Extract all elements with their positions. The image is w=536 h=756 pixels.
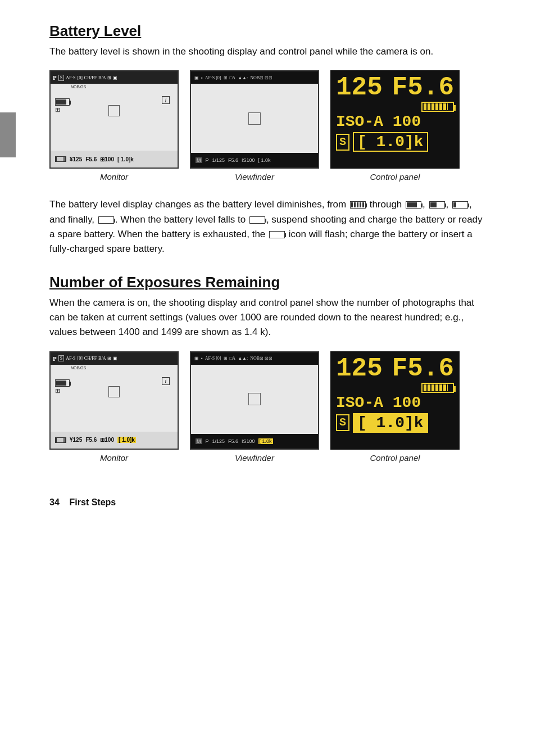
exposures-display-row: P S AF-S [0] CH/FF B/A ⊞ ▣ NOB/GS xyxy=(49,351,487,463)
vf-icon-5: □A xyxy=(230,75,236,80)
exp-monitor-sub-icons: NOB/GS xyxy=(71,366,86,370)
vf-icon-1: ▣ xyxy=(194,75,199,80)
battery-monitor-panel: P S AF-S [0] CH/FF B/A ⊞ ▣ NOB/GS xyxy=(49,70,179,169)
battery-level-title: Battery Level xyxy=(49,22,487,40)
viewfinder-bottom-bar: M P 1/125 F5.6 IS100 [ 1.0k xyxy=(191,153,318,168)
battery-description-2: The battery level display changes as the… xyxy=(49,197,487,256)
exposures-monitor-item: P S AF-S [0] CH/FF B/A ⊞ ▣ NOB/GS xyxy=(49,351,179,463)
exp-monitor-battery-display xyxy=(55,377,70,387)
exposures-section: Number of Exposures Remaining When the c… xyxy=(49,274,487,463)
exposures-viewfinder-panel: ▣ ▪ AF-S [0] ⊞ □A ▲▲: NOB⊡ ⊡⊡ M P 1 xyxy=(190,351,319,450)
monitor-icon-chff: CH/FF xyxy=(84,75,97,80)
exp-vf-bottom-m: M xyxy=(196,438,202,444)
batt-empty xyxy=(98,216,114,224)
exposures-viewfinder-label: Viewfinder xyxy=(235,453,274,463)
exp-viewfinder-inner xyxy=(191,365,318,434)
battery-description-2-block: The battery level display changes as the… xyxy=(49,197,487,256)
vf-bottom-shutter: 1/125 xyxy=(212,157,225,163)
page-number: 34 xyxy=(49,497,60,507)
exp-cp-aperture: F5.6 xyxy=(392,356,454,382)
exp-vf-bottom-exp: [ 1.0k xyxy=(258,438,273,444)
monitor-icon-hd: ▣ xyxy=(113,75,117,80)
left-tab xyxy=(0,112,16,157)
exp-monitor-icon-cam: ⊞ xyxy=(107,356,111,361)
battery-viewfinder-label: Viewfinder xyxy=(235,172,274,182)
exp-vf-icon-6: ▲▲: xyxy=(238,356,248,361)
exp-cp-iso: ISO-A 100 xyxy=(336,395,454,411)
viewfinder-focus-square xyxy=(248,112,261,125)
batt-low xyxy=(452,201,468,209)
vf-bottom-exp: [ 1.0k xyxy=(258,157,271,163)
exp-monitor-icon-hd: ▣ xyxy=(113,356,117,361)
cp-exposures: [ 1.0]k xyxy=(353,132,428,152)
cp-battery-indicator xyxy=(421,102,454,112)
monitor-iso-val: ⊞100 xyxy=(100,156,114,162)
monitor-af-icon: ⊞ xyxy=(55,106,60,114)
page: Battery Level The battery level is shown… xyxy=(0,0,536,524)
exp-vf-icon-2: ▪ xyxy=(201,356,203,361)
monitor-top-bar: P S AF-S [0] CH/FF B/A ⊞ ▣ xyxy=(51,71,178,84)
exp-vf-icon-4: ⊞ xyxy=(224,356,228,361)
exp-monitor-icon-afs: AF-S xyxy=(66,356,75,361)
monitor-icon-cam: ⊞ xyxy=(107,75,111,80)
exposures-viewfinder-item: ▣ ▪ AF-S [0] ⊞ □A ▲▲: NOB⊡ ⊡⊡ M P 1 xyxy=(190,351,319,463)
battery-control-panel-item: 125 F5.6 ISO-A 100 S [ 1.0]k xyxy=(330,70,460,182)
exp-cp-s-label: S xyxy=(336,414,349,431)
exposures-control-panel-item: 125 F5.6 ISO-A 100 S [ 1.0]k xyxy=(330,351,460,463)
viewfinder-top-bar: ▣ ▪ AF-S [0] ⊞ □A ▲▲: NOB⊡ ⊡⊡ xyxy=(191,71,318,84)
exp-viewfinder-focus-square xyxy=(248,393,261,405)
exp-vf-bottom-iso: IS100 xyxy=(242,438,255,444)
cp-battery-tip xyxy=(454,105,456,111)
cp-iso: ISO-A 100 xyxy=(336,114,454,130)
exposures-control-panel-label: Control panel xyxy=(370,453,420,463)
exp-monitor-battery-bottom xyxy=(55,437,66,443)
batt-empty3 xyxy=(269,231,285,238)
monitor-bottom-bar: ¥125 F5.6 ⊞100 [ 1.0]k xyxy=(51,151,178,168)
cp-aperture: F5.6 xyxy=(392,75,454,101)
viewfinder-inner xyxy=(191,84,318,153)
exp-vf-icon-5: □A xyxy=(230,356,236,361)
cp-bottom-row: S [ 1.0]k xyxy=(336,132,454,152)
exp-monitor-af-icon: ⊞ xyxy=(55,387,60,395)
section-label: First Steps xyxy=(70,497,116,507)
vf-icon-2: ▪ xyxy=(201,75,203,80)
exp-monitor-focus-square xyxy=(108,386,120,397)
battery-viewfinder-panel: ▣ ▪ AF-S [0] ⊞ □A ▲▲: NOB⊡ ⊡⊡ M P 1 xyxy=(190,70,319,169)
exp-monitor-icon-s: S xyxy=(58,355,64,361)
exp-cp-bottom-row: S [ 1.0]k xyxy=(336,413,454,433)
exposures-monitor-panel: P S AF-S [0] CH/FF B/A ⊞ ▣ NOB/GS xyxy=(49,351,179,450)
vf-bottom-iso: IS100 xyxy=(242,157,255,163)
exp-vf-bottom-aperture: F5.6 xyxy=(228,438,238,444)
exp-vf-bottom-shutter: 1/125 xyxy=(212,438,225,444)
battery-description-1: The battery level is shown in the shooti… xyxy=(49,44,487,59)
exp-monitor-mode-icon: P xyxy=(53,355,57,362)
exp-cp-battery-row xyxy=(336,383,454,393)
exp-vf-icon-7: NOB⊡ ⊡⊡ xyxy=(250,356,272,361)
exp-viewfinder-bottom-bar: M P 1/125 F5.6 IS100 [ 1.0k xyxy=(191,434,318,449)
exp-monitor-bottom-bar: ¥125 F5.6 ⊞100 [ 1.0]k xyxy=(51,432,178,449)
exp-vf-icon-1: ▣ xyxy=(194,356,199,361)
exp-cp-top-row: 125 F5.6 xyxy=(336,356,454,382)
vf-bottom-m: M xyxy=(196,157,202,163)
exp-monitor-info-icon: i xyxy=(162,377,170,385)
exp-monitor-aperture-val: F5.6 xyxy=(85,437,97,443)
vf-icon-6: ▲▲: xyxy=(238,75,248,80)
batt-3q xyxy=(406,201,421,209)
battery-viewfinder-item: ▣ ▪ AF-S [0] ⊞ □A ▲▲: NOB⊡ ⊡⊡ M P 1 xyxy=(190,70,319,182)
exp-vf-bottom-p: P xyxy=(206,438,209,444)
vf-bottom-p: P xyxy=(206,157,209,163)
exp-monitor-bottom-values: ¥125 F5.6 ⊞100 [ 1.0]k xyxy=(70,437,136,443)
vf-bottom-aperture: F5.6 xyxy=(228,157,238,163)
battery-level-section: Battery Level The battery level is shown… xyxy=(49,22,487,257)
vf-icon-3: AF-S [0] xyxy=(205,75,221,80)
exp-monitor-shutter-val: ¥125 xyxy=(70,437,82,443)
exp-cp-shutter: 125 xyxy=(336,356,383,382)
exp-monitor-icon-m0: [0] xyxy=(78,356,83,361)
monitor-exposures-val: [ 1.0]k xyxy=(117,156,134,162)
exp-monitor-icon-ba: B/A xyxy=(98,356,106,361)
battery-control-panel-label: Control panel xyxy=(370,172,420,182)
monitor-shutter-val: ¥125 xyxy=(70,156,82,162)
page-footer: 34 First Steps xyxy=(49,497,116,508)
monitor-sub-icons: NOB/GS xyxy=(71,85,86,89)
batt-full xyxy=(350,201,366,209)
